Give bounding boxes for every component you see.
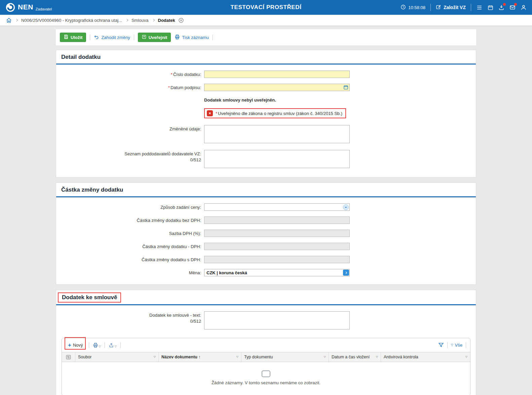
clock-icon [401,4,406,11]
castka-bez-dph-input [204,216,350,224]
grid-print-button[interactable]: ▽ [93,343,101,348]
print-record-label: Tisk záznamu [182,35,209,40]
nen-logo-icon[interactable] [5,2,15,12]
grid-header-row: Soubor ▽ Název dokumentu↑ ▽ Typ dokument… [62,352,470,362]
messages-button[interactable] [509,4,516,10]
column-header-typ-dokumentu[interactable]: Typ dokumentu ▽ [241,352,329,362]
field-label: Částka změny dodatku bez DPH: [56,216,204,224]
section-title: Částka změny dodatku [56,183,476,197]
cislo-dodatku-input[interactable] [204,71,350,78]
sort-asc-icon: ↑ [198,355,200,359]
print-record-button[interactable]: Tisk záznamu [175,34,209,41]
create-vz-label: Založit VZ [444,5,466,10]
menu-button[interactable] [476,4,483,11]
separator [120,342,121,348]
not-published-note: Dodatek smlouvy nebyl uveřejněn. [204,97,276,103]
save-button[interactable]: Uložit [60,33,86,42]
column-header-antivirova-kontrola[interactable]: Antivirová kontrola ▽ [381,352,470,362]
zmenene-udaje-textarea[interactable] [204,125,350,143]
grid-empty-state: Žádné záznamy. V tomto seznamu nemáme co… [62,362,470,395]
sazba-dph-input [204,230,350,237]
printer-icon [175,34,180,41]
field-label [56,97,204,103]
filter-funnel-icon[interactable] [438,342,444,348]
filter-caret-icon[interactable]: ▽ [324,356,326,358]
empty-text: Žádné záznamy. V tomto seznamu nemáme co… [65,380,467,385]
field-label: Dodatek ke smlouvě - text: 0/512 [56,311,204,330]
chevron-right-icon[interactable] [343,270,349,276]
filter-caret-icon[interactable]: ▽ [236,356,238,358]
filter-caret-icon[interactable]: ▽ [376,356,378,358]
divider [471,4,471,11]
home-icon[interactable] [6,17,12,23]
form-row-note: Dodatek smlouvy nebyl uveřejněn. [56,97,476,103]
breadcrumb-separator-icon [15,19,18,22]
form-row-s-dph: Částka změny dodatku s DPH: [56,256,476,263]
undo-icon [94,34,99,41]
separator [466,342,466,348]
column-settings-button[interactable] [62,352,75,362]
notification-dot [503,3,506,6]
publish-label: Uveřejnit [149,35,167,40]
downloads-button[interactable] [498,4,504,10]
separator [134,35,134,40]
breadcrumb-item-procedure[interactable]: N006/25/V00004960 - Kryptografická ochra… [21,18,122,23]
discard-changes-button[interactable]: Zahodit změny [94,34,130,41]
column-header-nazev-dokumentu[interactable]: Název dokumentu↑ ▽ [159,352,241,362]
calendar-button[interactable] [488,5,493,10]
form-row-sazba-dph: Sazba DPH (%): [56,230,476,237]
validation-error-text: *Uveřejněno dle zákona o registru smluv … [216,111,342,116]
page-content: Uložit Zahodit změny Uveřejnit Tisk zázn… [56,29,476,395]
create-vz-button[interactable]: Založit VZ [436,4,466,11]
field-label: Měna: [56,269,204,276]
field-label [56,108,204,118]
dropdown-caret-icon: ▽ [451,344,453,347]
documents-grid: + Nový ▽ ▽ [62,338,470,395]
new-document-button[interactable]: + Nový [66,341,85,349]
validation-error-registr: *Uveřejněno dle zákona o registru smluv … [204,108,346,118]
column-header-soubor[interactable]: Soubor ▽ [75,352,159,362]
mena-lookup-field[interactable]: CZK | koruna česká [204,269,350,276]
char-counter: 0/512 [56,318,201,324]
separator [90,35,90,40]
form-row-cislo-dodatku: *Číslo dodatku: [56,71,476,78]
brand-name: NEN [18,3,33,12]
filter-caret-icon[interactable]: ▽ [154,356,156,358]
publish-icon [142,34,147,40]
form-row-seznam-poddodavatelu: Seznam poddodavatelů dodavatele VZ: 0/51… [56,150,476,169]
zpusob-zadani-ceny-select[interactable] [204,203,350,211]
section-dodatek-ke-smlouve: Dodatek ke smlouvě Dodatek ke smlouvě - … [56,290,476,395]
header-actions: 10:58:08 Založit VZ [401,4,527,11]
breadcrumb-separator-icon [125,19,128,22]
column-header-datum-vlozeni[interactable]: Datum a čas vložení ▽ [329,352,381,362]
brand-subtitle: Zadavatel [36,7,52,12]
notification-dot [514,3,517,6]
required-marker: * [168,85,170,90]
form-row-bez-dph: Částka změny dodatku bez DPH: [56,216,476,224]
form-row-dodatek-text: Dodatek ke smlouvě - text: 0/512 [56,311,476,330]
breadcrumb-item-smlouva[interactable]: Smlouva [131,18,149,23]
datum-podpisu-input[interactable] [204,84,350,91]
field-label: *Datum podpisu: [56,84,204,91]
dodatek-text-textarea[interactable] [204,311,350,329]
required-marker: * [171,72,173,77]
seznam-poddodavatelu-textarea[interactable] [204,150,350,168]
show-all-button[interactable]: ▽ Vše [451,343,462,348]
user-button[interactable] [521,4,527,10]
mena-value: CZK | koruna česká [206,270,247,275]
section-body: Dodatek ke smlouvě - text: 0/512 + Nový [56,305,476,395]
grid-export-button[interactable]: ▽ [109,343,117,348]
chevron-down-icon[interactable] [343,204,349,210]
edit-icon [436,4,441,11]
separator [89,342,89,348]
section-title: Detail dodatku [56,50,476,65]
datepicker-icon[interactable] [343,85,348,90]
form-row-mena: Měna: CZK | koruna česká [56,269,476,276]
error-x-icon [207,110,213,116]
filter-caret-icon[interactable]: ▽ [465,356,467,358]
close-tab-icon[interactable] [178,17,184,23]
section-detail-dodatku: Detail dodatku *Číslo dodatku: *Datum po… [56,50,476,177]
castka-dph-input [204,243,350,250]
publish-button[interactable]: Uveřejnit [138,33,171,42]
form-row-datum-podpisu: *Datum podpisu: [56,84,476,91]
